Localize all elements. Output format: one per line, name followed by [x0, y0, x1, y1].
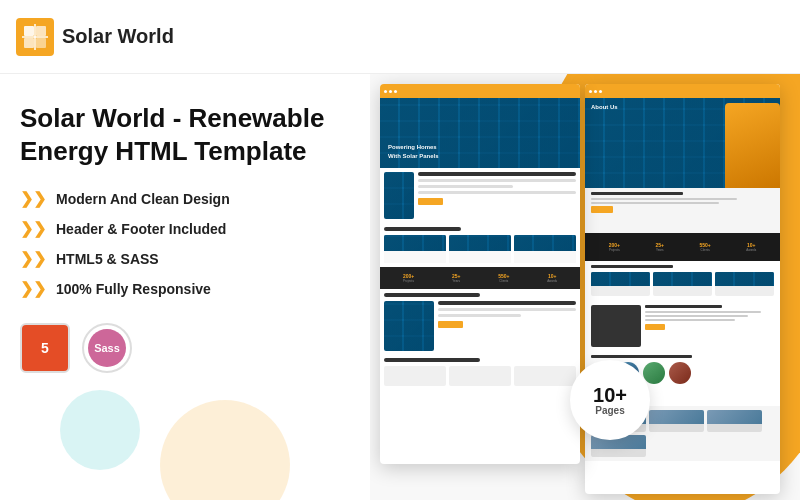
mock-r-about-content — [645, 305, 774, 347]
mock-r-label-4: Awards — [746, 248, 756, 252]
mock-r-person — [725, 103, 780, 188]
arrow-icon-1: ❯❯ — [20, 191, 46, 207]
mock-r-wcard-2 — [653, 272, 712, 296]
mock-r-about-line-2 — [645, 311, 761, 313]
mock-dot-3 — [394, 90, 397, 93]
mock-hero: Powering HomesWith Solar Panels — [380, 98, 580, 168]
mock-r-label-2: Years — [656, 248, 664, 252]
mock-r-label-3: Clients — [700, 248, 711, 252]
mock-img-2 — [384, 301, 434, 351]
feature-label-3: HTML5 & SASS — [56, 251, 159, 267]
mock-service-top-1 — [384, 235, 446, 251]
mock-r-wcard-img-1 — [591, 272, 650, 286]
html5-label: 5 — [41, 340, 49, 356]
mock-services-title — [384, 227, 461, 231]
mock-dot-2 — [389, 90, 392, 93]
mock-r-label-1: Projects — [609, 248, 620, 252]
mock-r-wcard-1 — [591, 272, 650, 296]
mock-about — [380, 168, 580, 223]
mock-r-stat-2: 25+ Years — [656, 242, 664, 252]
mock-r-about-solar — [585, 301, 780, 351]
right-panel: Powering HomesWith Solar Panels — [360, 74, 800, 500]
svg-rect-1 — [36, 26, 46, 36]
mock-service-top-3 — [514, 235, 576, 251]
pages-label: Pages — [595, 405, 624, 416]
mock-section-reshaping — [380, 289, 580, 355]
mock-line-2 — [418, 179, 576, 182]
mock-about-img — [384, 172, 414, 219]
mock-btn — [418, 198, 443, 205]
mock-stat-label-1: Projects — [403, 279, 414, 283]
feature-item-1: ❯❯ Modern And Clean Design — [20, 191, 350, 207]
mock-stats: 200+ Projects 25+ Years 550+ Clients 10+… — [380, 267, 580, 289]
mock-r-hero: About Us — [585, 98, 780, 188]
mini-card-2 — [649, 410, 704, 432]
arrow-icon-2: ❯❯ — [20, 221, 46, 237]
mock-r-about-line-4 — [645, 319, 735, 321]
mock-r-dot-3 — [599, 90, 602, 93]
mock-btn-2 — [438, 321, 463, 328]
mock-r-stat-1: 200+ Projects — [609, 242, 620, 252]
features-list: ❯❯ Modern And Clean Design ❯❯ Header & F… — [20, 191, 350, 297]
mock-r-line-1 — [591, 192, 683, 195]
mock-text-2 — [438, 301, 576, 351]
mock-r-prof-title — [591, 355, 692, 358]
deco-circle-teal — [60, 390, 140, 470]
mock-working — [380, 355, 580, 389]
mock-r-about-title: About Us — [591, 104, 618, 110]
deco-circle-orange — [160, 400, 290, 500]
mock-r-wcard-img-3 — [715, 272, 774, 286]
mock-wcard-1 — [384, 366, 446, 386]
sass-label: Sass — [94, 342, 120, 354]
mock-line-5 — [438, 301, 576, 305]
mock-stat-2: 25+ Years — [452, 273, 460, 283]
mini-card-3 — [707, 410, 762, 432]
logo: Solar World — [16, 18, 174, 56]
svg-rect-2 — [24, 38, 34, 48]
mock-line-6 — [438, 308, 576, 311]
mock-r-about-line-1 — [645, 305, 722, 308]
sass-badge: Sass — [82, 323, 132, 373]
mock-working-cards — [384, 366, 576, 386]
tech-badges: 5 Sass — [20, 323, 350, 373]
mock-line-3 — [418, 185, 513, 188]
feature-item-4: ❯❯ 100% Fully Responsive — [20, 281, 350, 297]
mock-r-dot-2 — [594, 90, 597, 93]
svg-rect-0 — [24, 26, 34, 36]
arrow-icon-4: ❯❯ — [20, 281, 46, 297]
mock-service-bot-2 — [449, 251, 511, 263]
feature-label-1: Modern And Clean Design — [56, 191, 230, 207]
mock-service-3 — [514, 235, 576, 263]
mock-r-working — [585, 261, 780, 301]
mockup-left: Powering HomesWith Solar Panels — [380, 84, 580, 464]
mock-stat-label-2: Years — [452, 279, 460, 283]
app-header: Solar World — [0, 0, 800, 74]
mock-section-title — [384, 293, 480, 297]
mock-stat-label-3: Clients — [498, 279, 509, 283]
sass-inner: Sass — [88, 329, 126, 367]
mock-service-bot-1 — [384, 251, 446, 263]
mock-r-wcard-img-2 — [653, 272, 712, 286]
mock-r-working-title — [591, 265, 673, 268]
mock-header — [380, 84, 580, 98]
feature-item-2: ❯❯ Header & Footer Included — [20, 221, 350, 237]
pages-count: 10+ — [593, 385, 627, 405]
main-title: Solar World - Renewable Energy HTML Temp… — [20, 102, 350, 167]
mock-r-about-btn — [645, 324, 665, 330]
mock-wcard-2 — [449, 366, 511, 386]
pages-badge: 10+ Pages — [570, 360, 650, 440]
mock-r-avatar-3 — [643, 362, 665, 384]
mock-service-top-2 — [449, 235, 511, 251]
mini-card-top-3 — [707, 410, 762, 424]
mock-about-text — [418, 172, 576, 219]
mock-wcard-3 — [514, 366, 576, 386]
mock-line-1 — [418, 172, 576, 176]
mock-line-7 — [438, 314, 521, 317]
mock-services-grid — [384, 235, 576, 263]
mock-r-avatar-4 — [669, 362, 691, 384]
mock-r-working-cards — [591, 272, 774, 296]
mock-service-2 — [449, 235, 511, 263]
mock-stat-4: 10+ Awards — [547, 273, 557, 283]
mock-hero-text: Powering HomesWith Solar Panels — [388, 143, 439, 160]
logo-text: Solar World — [62, 25, 174, 48]
